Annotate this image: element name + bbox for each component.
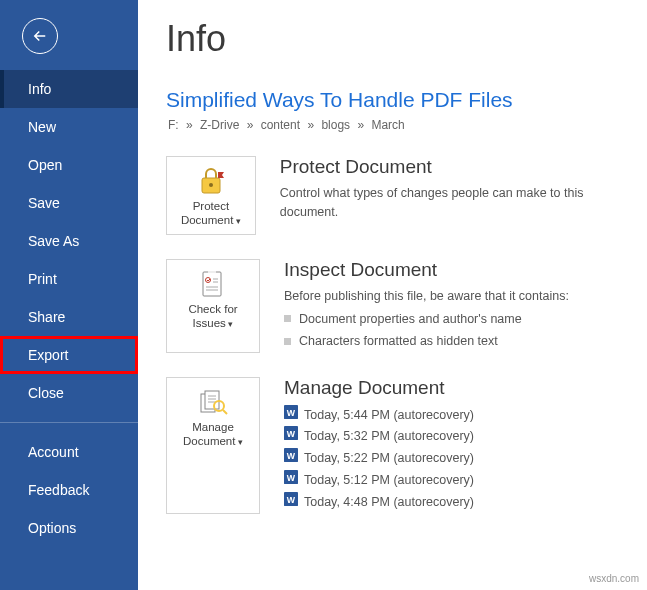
version-text: Today, 4:48 PM (autorecovery) xyxy=(304,492,474,514)
breadcrumb-part[interactable]: F: xyxy=(168,118,179,132)
manage-heading: Manage Document xyxy=(284,377,474,399)
check-issues-button[interactable]: Check for Issues ▾ xyxy=(166,259,260,353)
sidebar-item-print[interactable]: Print xyxy=(0,260,138,298)
word-file-icon: W xyxy=(284,426,298,448)
protect-document-button[interactable]: Protect Document ▾ xyxy=(166,156,256,235)
document-title: Simplified Ways To Handle PDF Files xyxy=(166,88,627,112)
lock-icon xyxy=(197,165,225,197)
versions-list: WToday, 5:44 PM (autorecovery)WToday, 5:… xyxy=(284,405,474,514)
sidebar-item-save[interactable]: Save xyxy=(0,184,138,222)
version-text: Today, 5:32 PM (autorecovery) xyxy=(304,426,474,448)
sidebar-item-new[interactable]: New xyxy=(0,108,138,146)
manage-btn-label: Manage Document xyxy=(183,421,235,447)
manage-section: Manage Document ▾ Manage Document WToday… xyxy=(166,377,627,514)
page-title: Info xyxy=(166,18,627,60)
breadcrumb-sep: » xyxy=(183,118,196,132)
sidebar-item-options[interactable]: Options xyxy=(0,509,138,547)
protect-info: Protect Document Control what types of c… xyxy=(280,156,627,235)
checklist-icon xyxy=(199,268,227,300)
main-content: Info Simplified Ways To Handle PDF Files… xyxy=(138,0,647,590)
inspect-list: Document properties and author's nameCha… xyxy=(284,308,569,353)
sidebar-item-close[interactable]: Close xyxy=(0,374,138,412)
sidebar-item-open[interactable]: Open xyxy=(0,146,138,184)
sidebar-item-info[interactable]: Info xyxy=(0,70,138,108)
list-item-text: Document properties and author's name xyxy=(299,308,522,331)
protect-heading: Protect Document xyxy=(280,156,627,178)
documents-icon xyxy=(198,386,228,418)
version-item[interactable]: WToday, 5:12 PM (autorecovery) xyxy=(284,470,474,492)
word-file-icon: W xyxy=(284,448,298,470)
inspect-heading: Inspect Document xyxy=(284,259,569,281)
version-text: Today, 5:44 PM (autorecovery) xyxy=(304,405,474,427)
svg-rect-2 xyxy=(203,272,221,296)
breadcrumb-sep: » xyxy=(243,118,256,132)
version-item[interactable]: WToday, 5:44 PM (autorecovery) xyxy=(284,405,474,427)
breadcrumb-part[interactable]: March xyxy=(371,118,404,132)
inspect-section: Check for Issues ▾ Inspect Document Befo… xyxy=(166,259,627,353)
svg-point-1 xyxy=(209,183,213,187)
breadcrumb-part[interactable]: blogs xyxy=(321,118,350,132)
back-button[interactable] xyxy=(22,18,58,54)
svg-text:W: W xyxy=(287,429,296,439)
breadcrumb-sep: » xyxy=(304,118,317,132)
breadcrumb-part[interactable]: content xyxy=(261,118,300,132)
manage-document-button[interactable]: Manage Document ▾ xyxy=(166,377,260,514)
back-area xyxy=(0,0,138,70)
svg-text:W: W xyxy=(287,407,296,417)
inspect-body: Before publishing this file, be aware th… xyxy=(284,287,569,306)
caret-down-icon: ▾ xyxy=(235,437,243,447)
version-text: Today, 5:22 PM (autorecovery) xyxy=(304,448,474,470)
word-file-icon: W xyxy=(284,492,298,514)
bullet-icon xyxy=(284,315,291,322)
version-item[interactable]: WToday, 5:32 PM (autorecovery) xyxy=(284,426,474,448)
sidebar-item-share[interactable]: Share xyxy=(0,298,138,336)
breadcrumb-part[interactable]: Z-Drive xyxy=(200,118,239,132)
sidebar-item-feedback[interactable]: Feedback xyxy=(0,471,138,509)
svg-line-14 xyxy=(223,410,227,414)
breadcrumb: F: » Z-Drive » content » blogs » March xyxy=(166,118,627,132)
svg-rect-9 xyxy=(205,391,219,409)
svg-text:W: W xyxy=(287,451,296,461)
bullet-icon xyxy=(284,338,291,345)
word-file-icon: W xyxy=(284,405,298,427)
word-file-icon: W xyxy=(284,470,298,492)
svg-text:W: W xyxy=(287,495,296,505)
arrow-left-icon xyxy=(31,27,49,45)
sidebar-divider xyxy=(0,422,138,423)
sidebar-item-account[interactable]: Account xyxy=(0,433,138,471)
caret-down-icon: ▾ xyxy=(233,216,241,226)
protect-btn-label: Protect Document xyxy=(181,200,233,226)
breadcrumb-sep: » xyxy=(354,118,367,132)
list-item: Document properties and author's name xyxy=(284,308,569,331)
version-text: Today, 5:12 PM (autorecovery) xyxy=(304,470,474,492)
sidebar-item-save-as[interactable]: Save As xyxy=(0,222,138,260)
manage-info: Manage Document WToday, 5:44 PM (autorec… xyxy=(284,377,474,514)
version-item[interactable]: WToday, 4:48 PM (autorecovery) xyxy=(284,492,474,514)
svg-text:W: W xyxy=(287,473,296,483)
protect-section: Protect Document ▾ Protect Document Cont… xyxy=(166,156,627,235)
sidebar-item-export[interactable]: Export xyxy=(0,336,138,374)
list-item: Characters formatted as hidden text xyxy=(284,330,569,353)
sidebar-menu: Info New Open Save Save As Print Share E… xyxy=(0,70,138,547)
watermark: wsxdn.com xyxy=(589,573,639,584)
version-item[interactable]: WToday, 5:22 PM (autorecovery) xyxy=(284,448,474,470)
sidebar: Info New Open Save Save As Print Share E… xyxy=(0,0,138,590)
caret-down-icon: ▾ xyxy=(226,319,234,329)
inspect-info: Inspect Document Before publishing this … xyxy=(284,259,569,353)
protect-body: Control what types of changes people can… xyxy=(280,184,627,222)
list-item-text: Characters formatted as hidden text xyxy=(299,330,498,353)
